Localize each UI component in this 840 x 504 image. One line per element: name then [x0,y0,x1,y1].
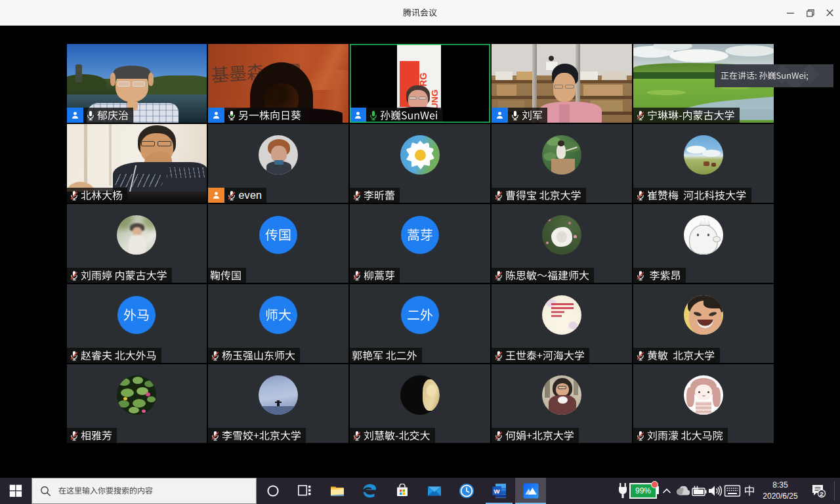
svg-text:W: W [494,488,500,495]
svg-text:2: 2 [820,490,823,497]
